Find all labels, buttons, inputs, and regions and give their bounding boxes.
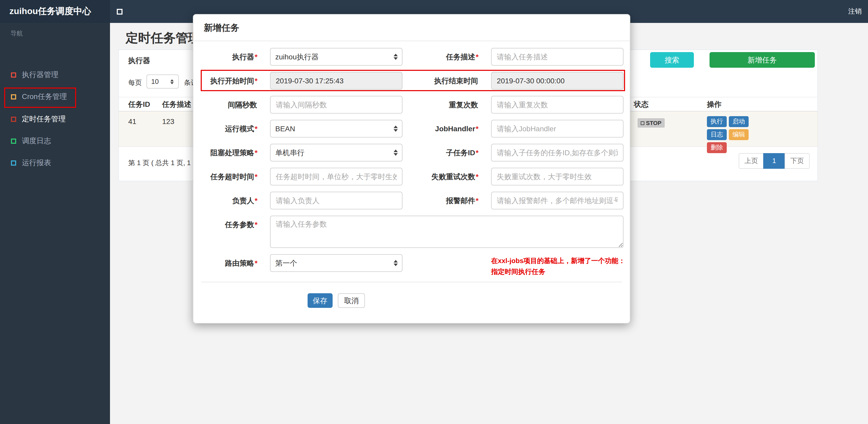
repeat-count-input[interactable] — [491, 96, 623, 113]
form-row-exec-time: 执行开始时间* 执行结束时间 — [193, 72, 630, 90]
start-button[interactable]: 启动 — [729, 116, 749, 127]
retry-count-label: 失败重试次数* — [402, 168, 478, 186]
square-icon — [641, 121, 644, 125]
square-icon — [11, 117, 16, 122]
app-stage: zuihou任务调度中心 注销 导航 执行器管理 Cron任务管理 定时任务管理… — [0, 0, 868, 424]
form-row-route: 路由策略* 第一个 在xxl-jobs项目的基础上，新增了一个功能： 指定时间执… — [193, 254, 630, 272]
sidebar-item-dispatch-log[interactable]: 调度日志 — [0, 130, 110, 152]
modal-body: 执行器* zuihou执行器 任务描述* 执行开始时间* 执行结束时间 — [193, 41, 630, 272]
save-button[interactable]: 保存 — [308, 293, 333, 308]
start-time-input[interactable] — [270, 72, 402, 90]
task-params-textarea[interactable] — [270, 216, 623, 248]
run-mode-select[interactable]: BEAN — [270, 120, 402, 137]
sidebar-item-label: 调度日志 — [22, 136, 51, 146]
delete-button[interactable]: 删除 — [707, 142, 727, 153]
per-page-select[interactable]: 10 — [147, 74, 179, 89]
page-1-button[interactable]: 1 — [763, 153, 785, 169]
sidebar: 导航 执行器管理 Cron任务管理 定时任务管理 调度日志 运行报表 — [0, 23, 110, 424]
sidebar-toggle-icon[interactable] — [117, 9, 123, 14]
square-icon — [11, 160, 16, 166]
start-time-label: 执行开始时间* — [193, 72, 257, 90]
prev-page-button[interactable]: 上页 — [739, 153, 764, 169]
child-task-id-input[interactable] — [491, 144, 623, 161]
col-status: 状态 — [634, 97, 649, 111]
route-strategy-label: 路由策略* — [193, 254, 257, 272]
task-params-label: 任务参数* — [193, 216, 257, 233]
cell-task-desc: 123 — [162, 117, 175, 126]
modal-footer-divider — [201, 282, 622, 282]
jobhandler-input[interactable] — [491, 120, 623, 137]
executor-filter-label: 执行器 — [128, 56, 150, 66]
task-desc-label: 任务描述* — [402, 48, 478, 66]
sidebar-item-executor-mgmt[interactable]: 执行器管理 — [0, 64, 110, 86]
edit-button[interactable]: 编辑 — [729, 129, 749, 140]
form-row-params: 任务参数* — [193, 216, 630, 248]
end-time-label: 执行结束时间 — [402, 72, 478, 90]
logout-link[interactable]: 注销 — [848, 0, 862, 23]
executor-select[interactable]: zuihou执行器 — [270, 48, 402, 66]
sidebar-item-label: Cron任务管理 — [22, 92, 67, 102]
cell-task-id: 41 — [128, 117, 136, 126]
repeat-count-label: 重复次数 — [402, 96, 478, 113]
sidebar-item-run-report[interactable]: 运行报表 — [0, 152, 110, 174]
interval-label: 间隔秒数 — [193, 96, 257, 113]
task-desc-input[interactable] — [491, 48, 623, 66]
per-page-select-wrap: 10 — [147, 74, 179, 89]
cancel-button[interactable]: 取消 — [338, 293, 365, 308]
form-row-runmode: 运行模式* BEAN JobHandler* — [193, 120, 630, 137]
add-task-button[interactable]: 新增任务 — [710, 52, 815, 68]
per-page-label: 每页 — [128, 78, 142, 88]
child-task-id-label: 子任务ID* — [402, 144, 478, 161]
owner-label: 负责人* — [193, 192, 257, 209]
jobhandler-label: JobHandler* — [402, 120, 478, 137]
form-row-owner: 负责人* 报警邮件* — [193, 192, 630, 209]
retry-count-input[interactable] — [491, 168, 623, 186]
run-button[interactable]: 执行 — [707, 116, 727, 127]
alarm-email-label: 报警邮件* — [402, 192, 478, 209]
form-row-executor: 执行器* zuihou执行器 任务描述* — [193, 48, 630, 66]
interval-seconds-input[interactable] — [270, 96, 402, 113]
executor-label: 执行器* — [193, 48, 257, 66]
search-button[interactable]: 搜索 — [650, 52, 694, 68]
sidebar-item-timed-task-mgmt[interactable]: 定时任务管理 — [0, 108, 110, 130]
block-strategy-label: 阻塞处理策略* — [193, 144, 257, 161]
page-title: 定时任务管理 — [126, 30, 201, 46]
sidebar-item-label: 运行报表 — [22, 158, 51, 168]
sidebar-item-label: 执行器管理 — [22, 70, 58, 80]
block-strategy-select[interactable]: 单机串行 — [270, 144, 402, 161]
status-badge: STOP — [638, 118, 665, 128]
next-page-button[interactable]: 下页 — [784, 153, 810, 169]
route-strategy-select[interactable]: 第一个 — [270, 254, 402, 272]
timeout-input[interactable] — [270, 168, 402, 186]
end-time-input[interactable] — [491, 72, 623, 90]
pagination-summary: 第 1 页 ( 总共 1 页, 1 — [128, 158, 191, 168]
sidebar-item-label: 定时任务管理 — [22, 115, 66, 124]
log-button[interactable]: 日志 — [707, 129, 727, 140]
sidebar-header: 导航 — [10, 29, 23, 38]
feature-note: 在xxl-jobs项目的基础上，新增了一个功能： 指定时间执行任务 — [491, 254, 625, 277]
run-mode-label: 运行模式* — [193, 120, 257, 137]
modal-header: 新增任务 — [193, 14, 630, 41]
add-task-modal: 新增任务 执行器* zuihou执行器 任务描述* 执行开始时间* 执行结束 — [193, 14, 630, 323]
owner-input[interactable] — [270, 192, 402, 209]
timeout-label: 任务超时时间* — [193, 168, 257, 186]
form-row-timeout: 任务超时时间* 失败重试次数* — [193, 168, 630, 186]
row-actions: 执行 启动 日志 编辑 删除 — [707, 116, 768, 153]
square-icon — [11, 94, 16, 99]
col-task-desc: 任务描述 — [162, 97, 191, 111]
sidebar-item-cron-task-mgmt[interactable]: Cron任务管理 — [0, 86, 110, 108]
form-row-block-strategy: 阻塞处理策略* 单机串行 子任务ID* — [193, 144, 630, 161]
alarm-email-input[interactable] — [491, 192, 623, 209]
form-row-interval: 间隔秒数 重复次数 — [193, 96, 630, 113]
pagination: 上页 1 下页 — [739, 153, 810, 169]
modal-title: 新增任务 — [204, 22, 239, 34]
col-actions: 操作 — [707, 97, 721, 111]
square-icon — [11, 72, 16, 77]
brand-logo: zuihou任务调度中心 — [0, 0, 110, 23]
col-task-id: 任务ID — [128, 97, 150, 111]
square-icon — [11, 138, 16, 144]
